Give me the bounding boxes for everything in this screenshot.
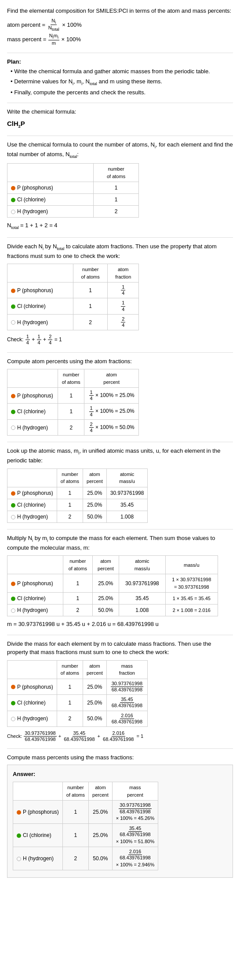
answer-box: Answer: numberof atoms atompercent massp… <box>7 765 233 878</box>
mfrac-p: 30.97376199868.439761998 <box>106 679 147 694</box>
count-p-5: 1 <box>63 574 93 593</box>
table-row: Cl (chlorine) 1 25.0% 35.45 1 × 35.45 = … <box>7 593 218 604</box>
col-element-4 <box>7 469 57 487</box>
apct-h: 24 × 100% = 50.0% <box>84 419 139 435</box>
element-p-2: P (phosphorus) <box>7 283 73 298</box>
count-cl-2: 1 <box>73 298 108 314</box>
count-p-3: 1 <box>58 388 84 404</box>
apct-cl-4: 25.0% <box>83 499 107 511</box>
col-count-5: numberof atoms <box>63 556 93 574</box>
count-h-6: 2 <box>57 711 83 726</box>
plan-step-3: • Finally, compute the percents and chec… <box>11 88 233 97</box>
element-cl-4: Cl (chlorine) <box>7 499 57 511</box>
ntotal-line: Ntotal = 1 + 1 + 2 = 4 <box>7 221 233 231</box>
mpct-cl: 35.4568.439761998× 100% = 51.80% <box>112 824 158 847</box>
atomic-mass-description: Look up the atomic mass, mi, in unified … <box>7 447 233 465</box>
mass-percent-final-table: numberof atoms atompercent masspercent P… <box>13 782 158 870</box>
element-p-7: P (phosphorus) <box>13 801 63 824</box>
table-row: H (hydrogen) 2 50.0% 2.01668.439761998× … <box>13 847 158 870</box>
element-h-4: H (hydrogen) <box>7 511 57 522</box>
apct-h-7: 50.0% <box>89 847 113 870</box>
element-h-1: H (hydrogen) <box>7 206 94 218</box>
apct-p-5: 25.0% <box>92 574 119 593</box>
table-row: P (phosphorus) 1 25.0% 30.97376199868.43… <box>7 679 148 694</box>
table-row: Cl (chlorine) 1 25.0% 35.4568.439761998×… <box>13 824 158 847</box>
col-count-1: numberof atoms <box>94 164 139 182</box>
apct-cl-7: 25.0% <box>89 824 113 847</box>
plan-section: Plan: • Write the chemical formula and g… <box>7 57 233 97</box>
amass-cl-5: 35.45 <box>119 593 166 604</box>
mass-h: 2 × 1.008 = 2.016 <box>165 604 218 616</box>
amass-h-5: 1.008 <box>119 604 166 616</box>
count-cl-6: 1 <box>57 695 83 711</box>
table-row: P (phosphorus) 1 14 × 100% = 25.0% <box>7 388 139 404</box>
fraction-p: 14 <box>108 283 139 298</box>
count-h-7: 2 <box>62 847 88 870</box>
table-row: Cl (chlorine) 1 14 <box>7 298 139 314</box>
mol-mass-description: Multiply Ni by mi to compute the mass fo… <box>7 534 233 552</box>
mass-fraction-check: Check: 30.97376199868.439761998 + 35.456… <box>7 730 233 742</box>
col-element-3 <box>7 369 58 388</box>
col-amass-5: atomicmass/u <box>119 556 166 574</box>
col-apct-6: atompercent <box>83 660 107 679</box>
atom-fraction-section: Divide each Ni by Ntotal to calculate at… <box>7 242 233 346</box>
mfrac-h: 2.01668.439761998 <box>106 711 147 726</box>
col-count-6: numberof atoms <box>57 660 83 679</box>
apct-p-4: 25.0% <box>83 487 107 499</box>
col-mpct: masspercent <box>112 782 158 801</box>
plan-step-1: • Write the chemical formula and gather … <box>11 67 233 76</box>
plan-step-2: • Determine values for Ni, mi, Ntotal an… <box>11 77 233 87</box>
amass-p-5: 30.973761998 <box>119 574 166 593</box>
element-p-5: P (phosphorus) <box>7 574 63 593</box>
count-p-6: 1 <box>57 679 83 694</box>
element-cl-5: Cl (chlorine) <box>7 593 63 604</box>
element-cl-7: Cl (chlorine) <box>13 824 63 847</box>
atomic-mass-section: Look up the atomic mass, mi, in unified … <box>7 447 233 523</box>
fraction-cl: 14 <box>108 298 139 314</box>
answer-label: Answer: <box>13 770 227 779</box>
table-row: P (phosphorus) 1 25.0% 30.973761998 <box>7 487 148 499</box>
amass-p: 30.973761998 <box>106 487 148 499</box>
col-mass-5: mass/u <box>165 556 218 574</box>
table-row: H (hydrogen) 2 50.0% 2.01668.439761998 <box>7 711 148 726</box>
fraction-check: Check: 14 + 14 + 24 = 1 <box>7 334 233 346</box>
element-p-4: P (phosphorus) <box>7 487 57 499</box>
count-cl-1: 1 <box>94 194 139 206</box>
count-p-4: 1 <box>57 487 83 499</box>
table-row: Cl (chlorine) 1 25.0% 35.4568.439761998 <box>7 695 148 711</box>
count-p-7: 1 <box>62 801 88 824</box>
col-element-7 <box>13 782 63 801</box>
apct-h-6: 50.0% <box>83 711 107 726</box>
mass-fraction-section: Divide the mass for each element by m to… <box>7 640 233 743</box>
element-h-6: H (hydrogen) <box>7 711 57 726</box>
molecular-mass-section: Multiply Ni by mi to compute the mass fo… <box>7 534 233 629</box>
col-element-1 <box>7 164 94 182</box>
col-count-7: numberof atoms <box>62 782 88 801</box>
table-row: P (phosphorus) 1 14 <box>7 283 139 298</box>
col-atom-percent: atompercent <box>84 369 139 388</box>
col-count-3: numberof atoms <box>58 369 84 388</box>
atomic-mass-table: numberof atoms atompercent atomicmass/u … <box>7 469 148 523</box>
col-apct-7: atompercent <box>89 782 113 801</box>
mpct-h: 2.01668.439761998× 100% = 2.946% <box>112 847 158 870</box>
apct-cl: 14 × 100% = 25.0% <box>84 404 139 419</box>
apct-p: 14 × 100% = 25.0% <box>84 388 139 404</box>
count-description: Use the chemical formula to count the nu… <box>7 140 233 160</box>
mass-fraction-description: Divide the mass for each element by m to… <box>7 640 233 657</box>
mass-fraction-table: numberof atoms atompercent massfraction … <box>7 660 148 727</box>
element-h-5: H (hydrogen) <box>7 604 63 616</box>
table-row: P (phosphorus) 1 25.0% 30.973761998 1 × … <box>7 574 218 593</box>
count-h-2: 2 <box>73 314 108 330</box>
count-h-5: 2 <box>63 604 93 616</box>
col-count-2: numberof atoms <box>73 264 108 283</box>
count-p-2: 1 <box>73 283 108 298</box>
element-h-2: H (hydrogen) <box>7 314 73 330</box>
header-section: Find the elemental composition for SMILE… <box>7 7 233 46</box>
atom-percent-section: Compute atom percents using the atom fra… <box>7 357 233 436</box>
table-row: H (hydrogen) 2 24 × 100% = 50.0% <box>7 419 139 435</box>
apct-cl-5: 25.0% <box>92 593 119 604</box>
atom-percent-formula: atom percent = NiNtotal × 100% <box>7 18 233 32</box>
mass-cl: 1 × 35.45 = 35.45 <box>165 593 218 604</box>
formula-section: Write the chemical formula: ClH2P <box>7 107 233 129</box>
mass-percent-final-description: Compute mass percents using the mass fra… <box>7 753 233 762</box>
